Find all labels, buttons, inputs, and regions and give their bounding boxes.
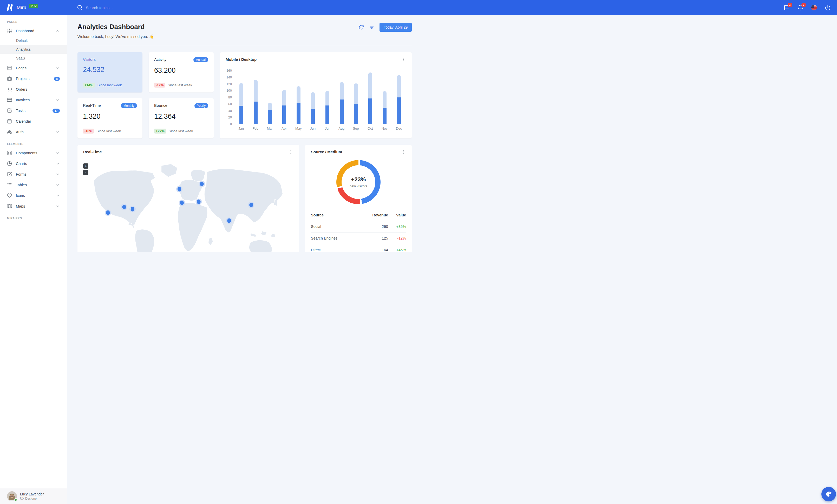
x-tick-label: Jun [306,127,320,130]
bar-chart-x-axis: JanFebMarAprMayJunJulAugSepOctNovDec [234,127,406,130]
sidebar-item-maps[interactable]: Maps [0,201,67,211]
period-badge[interactable]: Annual [193,57,208,62]
source-medium-title: Source / Medium [311,150,342,154]
chevron-down-icon [56,130,60,134]
sidebar-item-dashboard[interactable]: Dashboard [0,25,67,36]
bar-segment-mobile [268,110,272,124]
sidebar-subitem-default[interactable]: Default [0,36,67,45]
bar-segment-mobile [282,106,286,124]
sidebar-item-label: Tasks [16,109,25,113]
chevron-down-icon [56,183,60,187]
x-tick-label: Oct [363,127,377,130]
bar-chart: 020406080100120140160 [226,71,406,124]
sidebar-item-tables[interactable]: Tables [0,180,67,190]
chevron-down-icon [56,151,60,155]
sidebar-item-tasks[interactable]: Tasks 17 [0,105,67,116]
map-marker[interactable] [199,181,205,187]
more-vertical-icon[interactable] [288,150,293,154]
table-row: Direct164+46% [311,244,406,252]
sidebar-section-elements: ELEMENTS [0,137,67,148]
stats-row: Visitors 24.532 +14% Since last week Rea… [77,52,412,138]
users-icon [7,129,12,134]
period-badge[interactable]: Yearly [194,103,208,108]
bar-segment-desktop [340,82,344,99]
world-map[interactable] [83,160,293,252]
map-marker[interactable] [129,206,136,212]
bar-segment-desktop [368,73,372,98]
tasks-count-badge: 17 [53,109,60,113]
column-header-source: Source [311,211,359,221]
sidebar-item-projects[interactable]: Projects 8 [0,73,67,84]
sidebar-subitem-saas[interactable]: SaaS [0,54,67,62]
sidebar-item-orders[interactable]: Orders [0,84,67,95]
bar-group [234,83,249,124]
map-marker[interactable] [121,204,127,210]
sidebar-item-forms[interactable]: Forms [0,169,67,180]
more-vertical-icon[interactable] [401,150,406,154]
pie-chart-icon [7,161,12,166]
stat-note: Since last week [97,83,122,87]
x-tick-label: Aug [334,127,349,130]
search-input[interactable] [86,5,159,10]
bar-segment-desktop [354,83,358,104]
bar-chart-y-axis: 020406080100120140160 [226,71,234,124]
y-tick-label: 100 [227,89,232,93]
bar-group [291,86,306,124]
top-navbar: Mira PRO 3 7 [0,0,418,15]
chevron-down-icon [56,193,60,198]
y-tick-label: 20 [228,116,232,119]
x-tick-label: Mar [263,127,277,130]
map-title: Real-Time [83,150,102,154]
map-zoom-in-button[interactable]: + [83,163,88,169]
sidebar-item-pages[interactable]: Pages [0,62,67,73]
more-vertical-icon[interactable] [401,57,406,62]
stat-note: Since last week [169,129,193,133]
layout-icon [7,66,12,70]
briefcase-icon [7,76,12,81]
y-tick-label: 0 [230,123,232,126]
map-marker[interactable] [248,202,254,208]
map-marker[interactable] [105,209,111,216]
sidebar-item-label: Icons [16,193,25,198]
sidebar-item-label: Dashboard [16,29,34,33]
sidebar-item-label: Calendar [16,119,31,124]
y-tick-label: 120 [227,82,232,86]
bar-segment-mobile [239,106,243,124]
stat-title: Real-Time [83,103,101,108]
sidebar-item-components[interactable]: Components [0,148,67,158]
refresh-icon[interactable] [359,25,364,30]
bar-segment-desktop [397,75,401,97]
sidebar-item-icons[interactable]: Icons [0,190,67,201]
map-marker[interactable] [179,200,185,206]
map-marker[interactable] [226,218,232,224]
page-header: Analytics Dashboard Welcome back, Lucy! … [77,23,412,39]
realtime-map-card: Real-Time + - [77,145,299,252]
sidebar-item-calendar[interactable]: Calendar [0,116,67,127]
x-tick-label: Apr [277,127,291,130]
sidebar-subitem-analytics[interactable]: Analytics [0,45,67,54]
cell-value: +35% [388,221,406,232]
cell-source: Social [311,221,359,232]
bar-group [377,91,392,124]
bar-group [263,102,277,124]
sidebar-item-auth[interactable]: Auth [0,127,67,137]
period-badge[interactable]: Monthly [121,103,137,108]
map-marker[interactable] [195,199,202,205]
map-marker[interactable] [176,186,182,192]
sidebar-item-label: Orders [16,87,27,91]
sidebar-item-charts[interactable]: Charts [0,158,67,169]
date-range-button[interactable]: Today: April 29 [379,23,412,32]
brand[interactable]: Mira PRO [6,4,70,12]
main-content: Analytics Dashboard Welcome back, Lucy! … [67,0,418,252]
sidebar-item-invoices[interactable]: Invoices [0,95,67,105]
bar-segment-mobile [368,98,372,124]
cell-revenue: 164 [359,244,388,252]
sidebar-section-mira-pro: MIRA PRO [0,211,67,222]
stat-card-realtime: Real-Time Monthly 1.320 -18% Since last … [77,98,142,138]
header-actions: Today: April 29 [359,23,412,32]
map-zoom-out-button[interactable]: - [83,170,88,175]
stat-value: 12.364 [154,112,208,120]
filter-icon[interactable] [369,25,374,30]
credit-card-icon [7,97,12,102]
shopping-cart-icon [7,87,12,92]
